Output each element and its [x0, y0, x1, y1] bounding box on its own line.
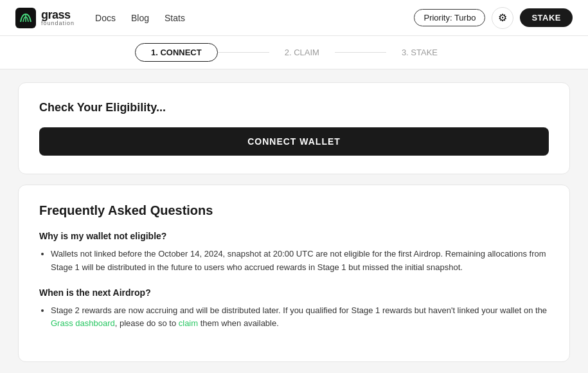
eligibility-card: Check Your Eligibility... CONNECT WALLET [18, 82, 570, 174]
nav-stats[interactable]: Stats [165, 13, 185, 23]
logo-sub-text: foundation [41, 21, 75, 26]
gear-icon: ⚙ [498, 12, 507, 24]
stepper: 1. CONNECT 2. CLAIM 3. STAKE [135, 43, 453, 62]
grass-dashboard-link[interactable]: Grass dashboard [51, 318, 115, 328]
step-connect[interactable]: 1. CONNECT [135, 43, 218, 62]
faq-question-1: Why is my wallet not eligible? [39, 231, 549, 241]
logo-main-text: grass [41, 9, 75, 21]
header: grass foundation Docs Blog Stats Priorit… [0, 0, 588, 36]
faq-answer-1-text: Wallets not linked before the October 14… [51, 248, 549, 275]
main-content: Check Your Eligibility... CONNECT WALLET… [0, 69, 588, 373]
step-claim[interactable]: 2. CLAIM [269, 44, 335, 61]
settings-button[interactable]: ⚙ [492, 7, 513, 29]
grass-logo-icon [15, 8, 36, 28]
step-stake-label: 3. STAKE [402, 48, 438, 57]
nav: Docs Blog Stats [95, 13, 185, 23]
faq-card: Frequently Asked Questions Why is my wal… [18, 185, 570, 362]
step-connector-1 [218, 52, 269, 53]
faq-title: Frequently Asked Questions [39, 203, 549, 218]
step-connect-label: 1. CONNECT [151, 48, 202, 57]
priority-button[interactable]: Priority: Turbo [414, 9, 485, 26]
claim-link[interactable]: claim [179, 318, 198, 328]
faq-answer-2: Stage 2 rewards are now accruing and wil… [51, 304, 549, 331]
faq-answer-2-text: Stage 2 rewards are now accruing and wil… [51, 304, 549, 331]
stake-button[interactable]: STAKE [520, 8, 573, 27]
step-claim-label: 2. CLAIM [285, 48, 319, 57]
logo-area: grass foundation [15, 8, 75, 28]
header-right: Priority: Turbo ⚙ STAKE [414, 7, 573, 29]
step-stake[interactable]: 3. STAKE [386, 44, 453, 61]
nav-docs[interactable]: Docs [95, 13, 116, 23]
connect-wallet-button[interactable]: CONNECT WALLET [39, 127, 549, 156]
logo-text: grass foundation [41, 9, 75, 26]
step-connector-2 [335, 52, 386, 53]
stepper-container: 1. CONNECT 2. CLAIM 3. STAKE [0, 36, 588, 69]
eligibility-title: Check Your Eligibility... [39, 101, 549, 114]
faq-answer-1: Wallets not linked before the October 14… [51, 248, 549, 275]
nav-blog[interactable]: Blog [131, 13, 149, 23]
faq-question-2: When is the next Airdrop? [39, 287, 549, 298]
